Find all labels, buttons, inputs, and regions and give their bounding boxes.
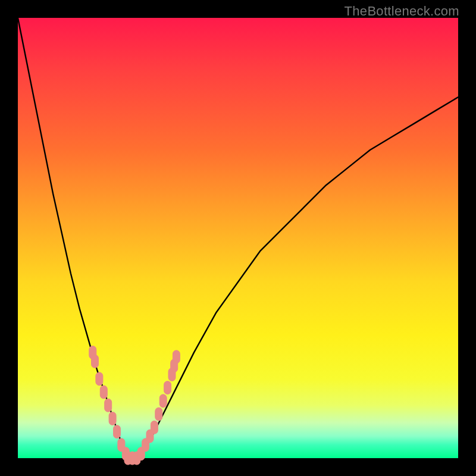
data-marker xyxy=(96,372,103,386)
plot-area xyxy=(18,18,458,458)
data-marker xyxy=(173,350,180,364)
chart-frame: TheBottleneck.com xyxy=(0,0,476,476)
attribution-watermark: TheBottleneck.com xyxy=(345,4,459,19)
data-marker xyxy=(155,408,162,421)
data-marker xyxy=(151,421,158,434)
data-marker xyxy=(159,394,167,408)
data-marker xyxy=(164,381,171,394)
data-marker xyxy=(100,386,107,399)
data-marker xyxy=(92,355,99,368)
marker-group xyxy=(89,346,180,465)
data-marker xyxy=(109,412,116,425)
bottleneck-curve xyxy=(18,18,458,458)
data-marker xyxy=(105,399,112,412)
chart-svg xyxy=(18,18,458,458)
data-marker xyxy=(114,425,121,439)
